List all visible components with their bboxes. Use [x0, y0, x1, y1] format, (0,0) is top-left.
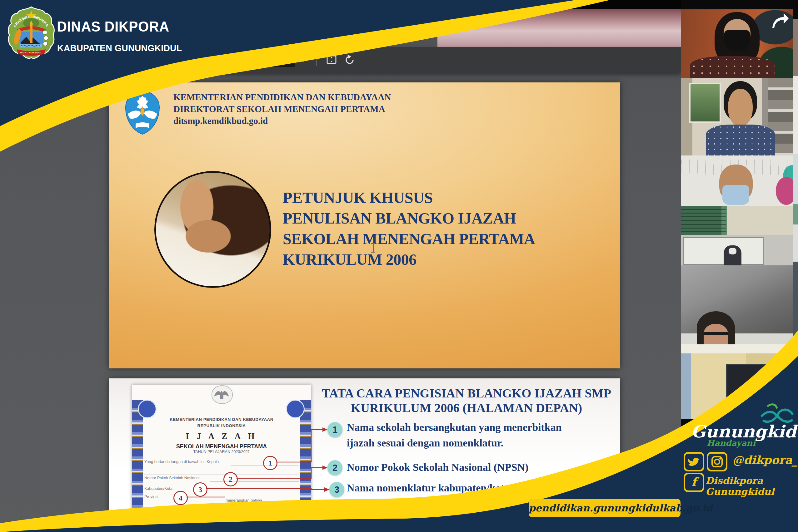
twitter-icon[interactable]	[684, 452, 704, 471]
website-badge[interactable]: pendidikan.gunungkidulkab.go.id	[529, 499, 681, 517]
facebook-icon[interactable]: f	[684, 473, 704, 492]
facebook-page-name[interactable]: Disdikpora Gunungkidul	[706, 475, 798, 497]
footer-brand-tagline: Handayani	[707, 438, 756, 448]
social-handle[interactable]: @dikpora_gk	[732, 453, 798, 467]
facebook-initial: f	[691, 475, 696, 489]
screenshot-root: 12 / 55 − 100% +	[0, 0, 798, 532]
instagram-icon[interactable]	[707, 452, 727, 471]
frame-bottom-swoosh	[0, 0, 798, 532]
